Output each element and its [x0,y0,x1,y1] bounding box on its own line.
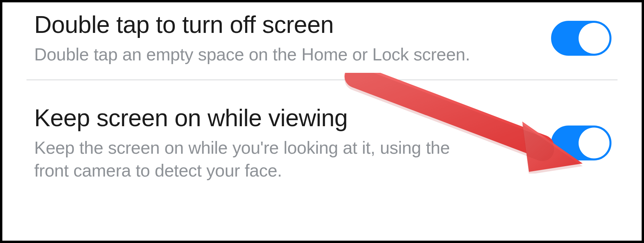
setting-text: Double tap to turn off screen Double tap… [34,10,551,66]
setting-title: Double tap to turn off screen [34,10,538,39]
setting-description: Double tap an empty space on the Home or… [34,43,477,66]
setting-title: Keep screen on while viewing [34,104,538,132]
setting-description: Keep the screen on while you're looking … [34,136,477,182]
double-tap-off-toggle[interactable] [551,21,611,56]
setting-text: Keep screen on while viewing Keep the sc… [34,104,551,182]
keep-screen-on-toggle[interactable] [551,126,611,160]
settings-panel: Double tap to turn off screen Double tap… [0,0,644,243]
toggle-knob [579,128,609,158]
setting-row-keep-screen-on[interactable]: Keep screen on while viewing Keep the sc… [2,80,642,189]
setting-row-double-tap[interactable]: Double tap to turn off screen Double tap… [2,2,642,80]
toggle-knob [579,23,609,54]
